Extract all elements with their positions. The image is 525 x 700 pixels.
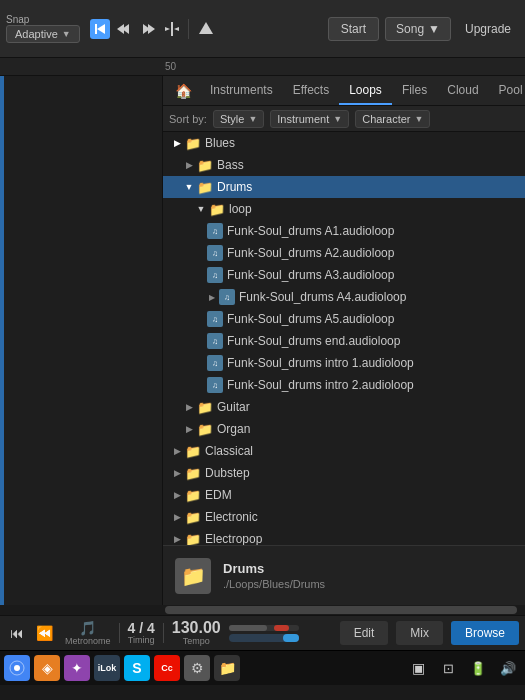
taskbar-skype-icon[interactable]: S (124, 655, 150, 681)
svg-point-11 (14, 665, 20, 671)
guitar-label: Guitar (217, 400, 250, 414)
toolbar-back-button[interactable] (114, 19, 134, 39)
tempo-bar[interactable] (229, 625, 299, 631)
tree-item-bass[interactable]: ▶ 📁 Bass (163, 154, 525, 176)
file6-label: Funk-Soul_drums end.audioloop (227, 334, 400, 348)
edm-folder-icon: 📁 (185, 487, 201, 503)
sort-style-dropdown[interactable]: Style ▼ (213, 110, 264, 128)
tree-item-organ[interactable]: ▶ 📁 Organ (163, 418, 525, 440)
tree-item-electronic[interactable]: ▶ 📁 Electronic (163, 506, 525, 528)
svg-marker-3 (117, 24, 124, 34)
transport-rewind-button[interactable]: ⏮ (6, 623, 28, 643)
scroll-thumb[interactable] (165, 606, 517, 614)
toolbar-edit-button[interactable] (195, 18, 217, 40)
browse-button[interactable]: Browse (451, 621, 519, 645)
snap-label: Snap (6, 14, 29, 25)
list-item[interactable]: ♫ Funk-Soul_drums A1.audioloop (163, 220, 525, 242)
tree-item-loop[interactable]: ▼ 📁 loop (163, 198, 525, 220)
list-item[interactable]: ♫ Funk-Soul_drums A3.audioloop (163, 264, 525, 286)
song-arrow-icon: ▼ (428, 22, 440, 36)
taskbar-right: ▣ ⊡ 🔋 🔊 (405, 655, 521, 681)
taskbar-settings-icon[interactable]: ⚙ (184, 655, 210, 681)
taskbar-ilok-icon[interactable]: iLok (94, 655, 120, 681)
toolbar-split-button[interactable] (162, 19, 182, 39)
tab-effects[interactable]: Effects (283, 77, 339, 105)
toolbar-sep-1 (188, 19, 189, 39)
organ-folder-icon: 📁 (197, 421, 213, 437)
classical-label: Classical (205, 444, 253, 458)
loop-folder-icon: 📁 (209, 201, 225, 217)
svg-marker-5 (148, 24, 155, 34)
snap-area: Snap Adaptive ▼ (6, 14, 80, 43)
list-item[interactable]: ▶ ♫ Funk-Soul_drums A4.audioloop (163, 286, 525, 308)
tempo-red-indicator (274, 625, 289, 631)
transport-back-button[interactable]: ⏪ (32, 623, 57, 643)
taskbar-airplay-icon[interactable]: ⊡ (435, 655, 461, 681)
toolbar-forward-button[interactable] (138, 19, 158, 39)
list-item[interactable]: ♫ Funk-Soul_drums intro 2.audioloop (163, 374, 525, 396)
snap-button[interactable]: Adaptive ▼ (6, 25, 80, 43)
edit-button[interactable]: Edit (340, 621, 389, 645)
classical-folder-icon: 📁 (185, 443, 201, 459)
sort-bar: Sort by: Style ▼ Instrument ▼ Character … (163, 106, 525, 132)
list-item[interactable]: ♫ Funk-Soul_drums A5.audioloop (163, 308, 525, 330)
list-item[interactable]: ♫ Funk-Soul_drums intro 1.audioloop (163, 352, 525, 374)
edm-arrow-icon: ▶ (171, 489, 183, 501)
tree-item-electropop[interactable]: ▶ 📁 Electropop (163, 528, 525, 545)
file7-label: Funk-Soul_drums intro 1.audioloop (227, 356, 414, 370)
sort-character-dropdown[interactable]: Character ▼ (355, 110, 430, 128)
file-tree[interactable]: ▶ 📁 Blues ▶ 📁 Bass ▼ 📁 Drums ▼ 📁 loop (163, 132, 525, 545)
taskbar-finder-icon[interactable]: 📁 (214, 655, 240, 681)
song-button[interactable]: Song ▼ (385, 17, 451, 41)
style-arrow-icon: ▼ (248, 114, 257, 124)
tempo-toggle[interactable] (229, 634, 299, 642)
time-signature-area[interactable]: 4 / 4 Timing (128, 621, 155, 645)
taskbar-orange-icon[interactable]: ◈ (34, 655, 60, 681)
preview-name: Drums (223, 561, 325, 576)
taskbar-cc-icon[interactable]: Cc (154, 655, 180, 681)
taskbar-wifi-icon[interactable]: 🔋 (465, 655, 491, 681)
start-button[interactable]: Start (328, 17, 379, 41)
browser-home-icon[interactable]: 🏠 (167, 77, 200, 105)
tree-item-classical[interactable]: ▶ 📁 Classical (163, 440, 525, 462)
svg-marker-9 (199, 22, 213, 34)
taskbar-volume-icon[interactable]: 🔊 (495, 655, 521, 681)
tempo-slider-area[interactable] (229, 625, 299, 642)
taskbar-chrome-icon[interactable] (4, 655, 30, 681)
sort-instrument-dropdown[interactable]: Instrument ▼ (270, 110, 349, 128)
electronic-folder-icon: 📁 (185, 509, 201, 525)
preview-box: 📁 Drums ./Loops/Blues/Drums (163, 545, 525, 605)
taskbar-purple-icon[interactable]: ✦ (64, 655, 90, 681)
audio-file-icon-6: ♫ (207, 333, 223, 349)
tree-item-blues[interactable]: ▶ 📁 Blues (163, 132, 525, 154)
tree-item-guitar[interactable]: ▶ 📁 Guitar (163, 396, 525, 418)
metronome-area[interactable]: 🎵 Metronome (65, 620, 111, 646)
tab-loops[interactable]: Loops (339, 77, 392, 105)
transport-sep-1 (119, 623, 120, 643)
bottom-scroll[interactable] (0, 605, 525, 615)
file3-label: Funk-Soul_drums A3.audioloop (227, 268, 394, 282)
dubstep-label: Dubstep (205, 466, 250, 480)
guitar-arrow-icon: ▶ (183, 401, 195, 413)
list-item[interactable]: ♫ Funk-Soul_drums A2.audioloop (163, 242, 525, 264)
tree-item-edm[interactable]: ▶ 📁 EDM (163, 484, 525, 506)
toolbar-rewind-button[interactable] (90, 19, 110, 39)
drums-label: Drums (217, 180, 252, 194)
tab-instruments[interactable]: Instruments (200, 77, 283, 105)
tree-item-drums[interactable]: ▼ 📁 Drums (163, 176, 525, 198)
tempo-area[interactable]: 130.00 Tempo (172, 620, 221, 646)
upgrade-button[interactable]: Upgrade (457, 18, 519, 40)
mix-button[interactable]: Mix (396, 621, 443, 645)
tab-pool[interactable]: Pool (489, 77, 525, 105)
file1-label: Funk-Soul_drums A1.audioloop (227, 224, 394, 238)
tree-item-dubstep[interactable]: ▶ 📁 Dubstep (163, 462, 525, 484)
tab-cloud[interactable]: Cloud (437, 77, 488, 105)
drums-folder-icon: 📁 (197, 179, 213, 195)
browser-panel: 🏠 Instruments Effects Loops Files Cloud … (163, 76, 525, 605)
classical-arrow-icon: ▶ (171, 445, 183, 457)
tab-files[interactable]: Files (392, 77, 437, 105)
file4-expand-icon: ▶ (207, 291, 217, 303)
taskbar-monitor-icon[interactable]: ▣ (405, 655, 431, 681)
list-item[interactable]: ♫ Funk-Soul_drums end.audioloop (163, 330, 525, 352)
browser-tabs: 🏠 Instruments Effects Loops Files Cloud … (163, 76, 525, 106)
